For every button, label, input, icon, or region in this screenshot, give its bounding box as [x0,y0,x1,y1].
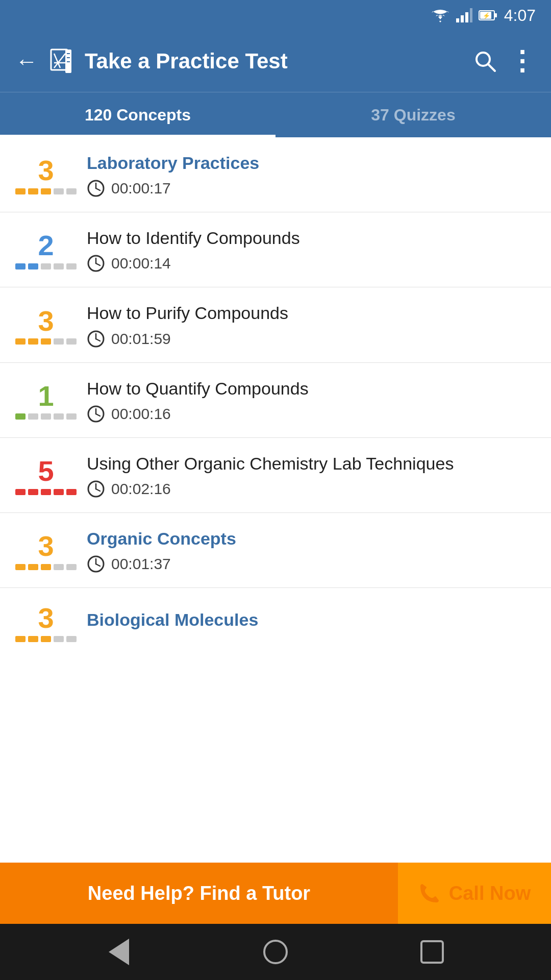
time-value: 00:01:37 [111,555,171,573]
item-details: How to Identify Compounds 00:00:14 [77,227,536,273]
item-title: Biological Molecules [87,608,536,631]
svg-rect-3 [470,8,472,22]
list-item[interactable]: 5Using Other Organic Chemistry Lab Techn… [0,438,551,513]
score-area: 5 [15,455,77,495]
content-list: 3Laboratory Practices 00:00:172How to Id… [0,137,551,863]
list-item[interactable]: 2How to Identify Compounds 00:00:14 [0,212,551,287]
svg-line-21 [96,263,100,265]
score-number: 5 [38,455,54,487]
svg-rect-1 [461,15,464,22]
score-bars [15,263,77,270]
score-bars [15,188,77,194]
score-number: 3 [38,530,54,562]
item-details: Laboratory Practices 00:00:17 [77,152,536,198]
item-title: How to Purify Compounds [87,302,536,324]
item-time: 00:02:16 [87,480,536,498]
score-number: 3 [38,305,54,337]
tab-concepts[interactable]: 120 Concepts [0,92,276,137]
time-value: 00:00:17 [111,180,171,197]
score-bars [15,564,77,570]
tab-quizzes[interactable]: 37 Quizzes [276,92,551,137]
score-area: 3 [15,602,77,642]
find-tutor-button[interactable]: Need Help? Find a Tutor [0,863,398,924]
list-item[interactable]: 3How to Purify Compounds 00:01:59 [0,287,551,362]
score-bars [15,636,77,642]
search-icon[interactable] [474,50,496,72]
item-details: How to Purify Compounds 00:01:59 [77,302,536,348]
home-nav-button[interactable] [255,932,296,972]
signal-icon [456,8,472,22]
score-area: 2 [15,230,77,270]
item-time: 00:00:16 [87,405,536,423]
document-icon [50,48,72,74]
score-bars [15,413,77,420]
status-bar: ⚡ 4:07 [0,0,551,31]
recents-nav-button[interactable] [412,932,453,972]
score-bars [15,338,77,345]
app-bar: ← Take a Practice Test ⋮ [0,31,551,92]
item-time: 00:00:17 [87,179,536,198]
score-area: 3 [15,305,77,345]
svg-rect-2 [465,12,468,22]
page-title: Take a Practice Test [85,49,462,74]
item-title: How to Identify Compounds [87,227,536,249]
call-now-button[interactable]: Call Now [398,863,551,924]
list-item[interactable]: 3Biological Molecules [0,588,551,656]
score-area: 3 [15,155,77,194]
time-value: 00:01:59 [111,330,171,348]
item-title: Using Other Organic Chemistry Lab Techni… [87,452,536,475]
status-time: 4:07 [504,6,536,25]
clock-icon [87,254,105,273]
item-title: Laboratory Practices [87,152,536,174]
status-icons: ⚡ 4:07 [431,6,536,25]
item-title: Organic Concepts [87,527,536,550]
nav-bar [0,924,551,980]
item-time: 00:01:37 [87,555,536,573]
score-area: 3 [15,530,77,570]
score-number: 2 [38,230,54,261]
item-details: Organic Concepts 00:01:37 [77,527,536,573]
svg-line-24 [96,339,100,341]
battery-icon: ⚡ [479,10,498,21]
item-time: 00:01:59 [87,330,536,348]
clock-icon [87,330,105,348]
item-title: How to Quantify Compounds [87,377,536,400]
svg-text:⚡: ⚡ [483,12,490,19]
item-details: How to Quantify Compounds 00:00:16 [77,377,536,423]
call-now-label: Call Now [449,883,531,904]
clock-icon [87,555,105,573]
list-item[interactable]: 3Laboratory Practices 00:00:17 [0,137,551,212]
score-number: 3 [38,155,54,186]
time-value: 00:02:16 [111,480,171,498]
score-bars [15,489,77,495]
time-value: 00:00:14 [111,255,171,272]
item-details: Using Other Organic Chemistry Lab Techni… [77,452,536,498]
score-number: 3 [38,602,54,634]
clock-icon [87,405,105,423]
phone-icon [418,882,441,904]
tabs-container: 120 Concepts 37 Quizzes [0,92,551,137]
clock-icon [87,179,105,198]
svg-line-18 [96,188,100,190]
more-options-icon[interactable]: ⋮ [509,51,536,72]
bottom-banner: Need Help? Find a Tutor Call Now [0,863,551,924]
back-button[interactable]: ← [15,50,38,72]
item-details: Biological Molecules [77,608,536,636]
time-value: 00:00:16 [111,405,171,423]
list-item[interactable]: 1How to Quantify Compounds 00:00:16 [0,363,551,438]
item-time: 00:00:14 [87,254,536,273]
svg-line-30 [96,489,100,491]
svg-line-27 [96,414,100,416]
list-item[interactable]: 3Organic Concepts 00:01:37 [0,513,551,588]
svg-line-15 [488,64,495,71]
find-tutor-label: Need Help? Find a Tutor [88,883,310,904]
svg-rect-0 [456,18,459,22]
svg-rect-5 [494,13,497,17]
back-nav-button[interactable] [98,932,139,972]
clock-icon [87,480,105,498]
svg-line-33 [96,564,100,566]
wifi-icon [431,8,450,22]
score-area: 1 [15,380,77,420]
score-number: 1 [38,380,54,412]
